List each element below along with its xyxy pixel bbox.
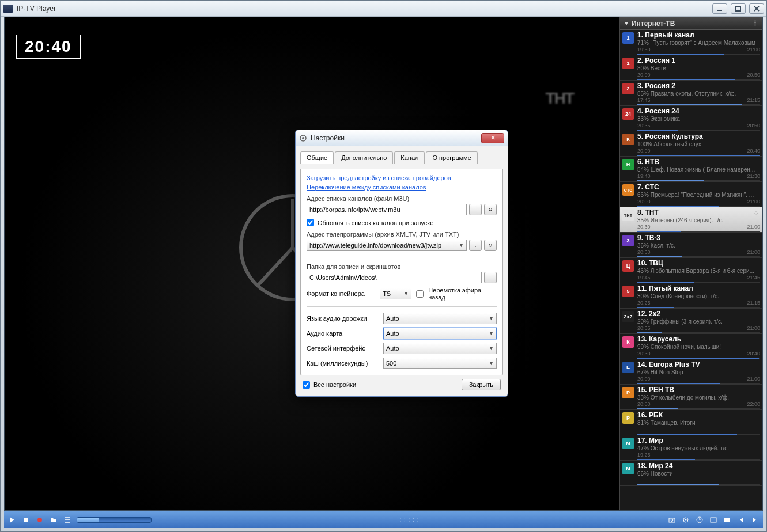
label-container: Формат контейнера [307,290,375,297]
stop-button[interactable] [21,515,31,525]
maximize-button[interactable] [731,3,746,14]
channel-time-start: 20:00 [637,401,651,407]
channel-item[interactable]: Р 15. РЕН ТВ 33% От колыбели до могилы. … [620,385,762,410]
channel-list[interactable]: 1 1. Первый канал 71% "Пусть говорят" с … [620,30,762,510]
osd-clock: 20:40 [16,35,81,59]
channel-item[interactable]: 2x2 12. 2х2 20% Гриффины (3-я серия). т/… [620,309,762,334]
channel-program: 71% "Пусть говорят" с Андреем Малаховым [637,40,760,46]
channel-name: 5. Россия Культура [637,132,760,140]
refresh-epg-button[interactable]: ↻ [484,240,497,251]
channel-icon: 3 [622,235,634,246]
select-cache[interactable]: 500▼ [383,358,497,369]
channel-item[interactable]: тнт 8. ТНТ 35% Интерны (246-я серия). т/… [620,207,762,233]
channel-item[interactable]: М 18. Мир 24 66% Новости [620,461,762,486]
sidebar-header[interactable]: ▼ Интернет-ТВ ⋮ [620,17,762,30]
channel-item[interactable]: 24 4. Россия 24 33% Экономика 20:3520:50 [620,106,762,131]
channel-program: 99% Спокойной ночи, малыши! [637,344,760,350]
tab-advanced[interactable]: Дополнительно [335,151,393,164]
next-button[interactable] [750,515,760,525]
svg-point-12 [302,137,304,139]
channel-progress [637,408,760,409]
channel-name: 3. Россия 2 [637,82,760,90]
tab-general[interactable]: Общие [300,151,334,164]
channel-time-start: 20:00 [637,376,651,382]
toolbar-grip[interactable]: : : : : : [400,516,420,523]
channel-item[interactable]: К 5. Россия Культура 100% Абсолютный слу… [620,131,762,157]
select-container[interactable]: TS▼ [380,288,411,299]
schedule-button[interactable] [695,515,704,525]
channel-time-start: 20:35 [637,325,651,331]
channel-item[interactable]: М 17. Мир 47% Остров ненужных людей. т/с… [620,435,762,461]
open-button[interactable] [49,515,58,525]
browse-epg-button[interactable]: ... [469,240,482,251]
channel-program: 66% Новости [637,470,760,477]
label-net-iface: Сетевой интерфейс [307,345,379,352]
play-button[interactable] [7,515,17,525]
playlist-button[interactable] [63,515,72,525]
channel-time-end: 20:50 [747,72,760,78]
channel-item[interactable]: 1 2. Россия 1 80% Вести 20:0020:50 [620,55,762,81]
volume-slider[interactable] [77,517,152,523]
tab-channel[interactable]: Канал [394,151,425,164]
select-audio-lang[interactable]: Auto▼ [383,313,497,324]
channel-icon: стс [622,184,634,196]
channel-icon: 1 [622,58,634,69]
input-m3u-url[interactable] [307,204,467,215]
dialog-close-button[interactable]: ✕ [481,133,504,143]
sidebar-title: Интернет-ТВ [632,20,675,28]
close-settings-button[interactable]: Закрыть [462,379,501,390]
channel-time-start: 19:50 [637,47,651,52]
close-button[interactable] [749,3,764,14]
channel-item[interactable]: Р 16. РБК 81% Таманцев. Итоги [620,410,762,435]
favorite-icon[interactable]: ♡ [753,210,759,217]
browse-m3u-button[interactable]: ... [469,204,482,215]
prev-button[interactable] [736,515,746,525]
refresh-m3u-button[interactable]: ↻ [484,204,497,215]
titlebar[interactable]: IP-TV Player [1,1,766,17]
ratio-button[interactable] [709,515,718,525]
link-switch-lists[interactable]: Переключение между списками каналов [307,184,497,191]
settings-button[interactable] [681,515,690,525]
checkbox-rewind[interactable] [416,290,424,298]
channel-name: 7. СТС [637,183,760,191]
channel-name: 14. Europa Plus TV [637,360,760,368]
channel-item[interactable]: 1 1. Первый канал 71% "Пусть говорят" с … [620,30,762,55]
channel-icon: 5 [622,286,634,297]
fullscreen-button[interactable] [723,515,732,525]
checkbox-all-settings[interactable] [303,381,310,389]
channel-program: 30% След (Конец юности). т/с. [637,293,760,299]
channel-item[interactable]: стс 7. СТС 66% Премьера! "Последний из М… [620,182,762,207]
channel-item[interactable]: 2 3. Россия 2 85% Правила охоты. Отступн… [620,81,762,106]
sidebar-menu-icon[interactable]: ⋮ [752,20,759,27]
browse-folder-button[interactable]: ... [484,272,497,283]
dialog-titlebar[interactable]: Настройки ✕ [296,130,508,146]
channel-progress [637,104,760,105]
channel-item[interactable]: Ц 10. ТВЦ 46% Любопытная Варвара (5-я и … [620,258,762,283]
channel-item[interactable]: Н 6. НТВ 54% Шеф. Новая жизнь ("Благие н… [620,157,762,182]
channel-program: 47% Остров ненужных людей. т/с. [637,445,760,451]
channel-item[interactable]: К 13. Карусель 99% Спокойной ночи, малыш… [620,334,762,359]
select-net-iface[interactable]: Auto▼ [383,343,497,354]
screenshot-button[interactable] [667,515,677,525]
channel-time-start: 17:45 [637,97,651,103]
channel-time-end: 20:50 [747,123,760,128]
checkbox-update-on-start[interactable] [307,219,314,226]
label-audio-lang: Язык аудио дорожки [307,315,379,322]
channel-icon: М [622,463,634,474]
input-epg-url[interactable]: http://www.teleguide.info/download/new3/… [307,240,467,251]
record-button[interactable] [35,515,44,525]
channel-time-end: 21:00 [747,47,760,52]
link-load-preset[interactable]: Загрузить преднастройку из списка провай… [307,174,497,181]
select-audio-card[interactable]: Auto▼ [383,328,497,339]
minimize-button[interactable] [712,3,727,14]
channel-item[interactable]: 3 9. ТВ-3 36% Касл. т/с. 20:3021:00 [620,233,762,258]
label-rewind: Перемотка эфира назад [428,287,497,301]
label-audio-card: Аудио карта [307,330,379,337]
input-record-folder[interactable] [307,272,482,283]
tab-about[interactable]: О программе [426,151,477,164]
channel-item[interactable]: 5 11. Пятый канал 30% След (Конец юности… [620,283,762,309]
channel-item[interactable]: E 14. Europa Plus TV 67% Hit Non Stop 20… [620,359,762,385]
channel-progress [637,282,760,283]
channel-time-start: 20:00 [637,72,651,78]
channel-name: 10. ТВЦ [637,259,760,267]
